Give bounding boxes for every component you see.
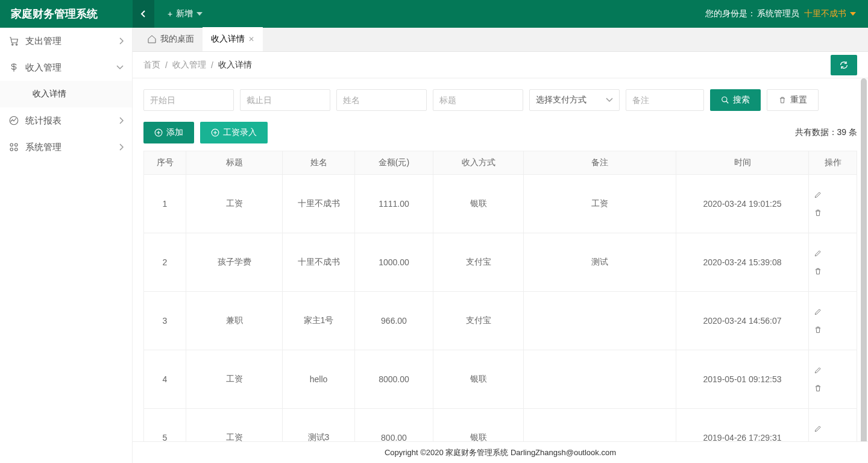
cell-title: 兼职: [186, 292, 283, 350]
edit-icon[interactable]: [814, 249, 852, 257]
name-input[interactable]: [336, 89, 427, 111]
svg-point-5: [10, 148, 13, 151]
cell-idx: 1: [144, 175, 186, 233]
chevron-right-icon: [119, 117, 124, 124]
edit-icon[interactable]: [814, 307, 852, 316]
add-button-label: 添加: [166, 127, 183, 138]
cell-ops: [809, 292, 857, 350]
tab-label: 收入详情: [211, 34, 245, 45]
table-row: 1工资十里不成书1111.00银联工资2020-03-24 19:01:25: [144, 175, 857, 233]
refresh-button[interactable]: [831, 55, 857, 75]
search-button[interactable]: 搜索: [710, 89, 761, 111]
cell-ops: [809, 175, 857, 233]
cell-idx: 3: [144, 292, 186, 350]
start-date-input[interactable]: [143, 89, 234, 111]
table-row: 2孩子学费十里不成书1000.00支付宝测试2020-03-24 15:39:0…: [144, 233, 857, 292]
edit-icon[interactable]: [814, 424, 852, 433]
delete-icon[interactable]: [814, 267, 852, 276]
user-menu[interactable]: 十里不成书: [804, 8, 856, 19]
plus-icon: +: [168, 9, 172, 19]
col-time: 时间: [676, 151, 809, 175]
col-method: 收入方式: [433, 151, 524, 175]
sidebar-subitem-income-detail[interactable]: 收入详情: [0, 81, 132, 107]
cell-name: 家主1号: [283, 292, 355, 350]
cell-ops: [809, 350, 857, 409]
new-button[interactable]: + 新增: [154, 0, 216, 28]
sidebar-item-label: 收入管理: [25, 62, 61, 74]
svg-point-0: [12, 44, 13, 45]
delete-icon[interactable]: [814, 384, 852, 392]
cell-time: 2020-03-24 14:56:07: [676, 292, 809, 350]
cell-title: 工资: [186, 350, 283, 409]
footer: Copyright ©2020 家庭财务管理系统 DarlingZhangsh@…: [133, 441, 868, 463]
salary-button-label: 工资录入: [223, 127, 257, 138]
header: 家庭财务管理系统 + 新增 您的身份是： 系统管理员 十里不成书: [0, 0, 868, 28]
user-name: 十里不成书: [804, 8, 846, 19]
sidebar: 支出管理 收入管理 收入详情 统计报表 系统管理: [0, 28, 133, 463]
edit-icon[interactable]: [814, 366, 852, 374]
cart-icon: [8, 36, 25, 46]
add-button[interactable]: 添加: [143, 122, 194, 143]
new-button-label: 新增: [176, 8, 193, 19]
cell-amount: 1111.00: [355, 175, 433, 233]
chevron-right-icon: [119, 37, 124, 45]
search-icon: [721, 96, 729, 104]
cell-time: 2020-03-24 15:39:08: [676, 233, 809, 292]
header-right: 您的身份是： 系统管理员 十里不成书: [705, 8, 868, 19]
cell-title: 孩子学费: [186, 233, 283, 292]
scrollbar[interactable]: [861, 78, 867, 463]
select-placeholder: 选择支付方式: [536, 95, 587, 106]
table-row: 4工资hello8000.00银联2019-05-01 09:12:53: [144, 350, 857, 409]
pay-method-select[interactable]: 选择支付方式: [529, 89, 620, 111]
title-input[interactable]: [433, 89, 523, 111]
caret-down-icon: [606, 98, 613, 102]
remark-input[interactable]: [626, 89, 704, 111]
main: 我的桌面 收入详情 ✕ 首页 / 收入管理 / 收入详情: [133, 28, 868, 463]
filter-bar: 选择支付方式 搜索 重置: [143, 89, 857, 111]
reset-button[interactable]: 重置: [767, 89, 819, 111]
sidebar-subitem-label: 收入详情: [33, 89, 66, 99]
chevron-down-icon: [116, 65, 124, 70]
cell-name: 十里不成书: [283, 175, 355, 233]
sidebar-item-reports[interactable]: 统计报表: [0, 107, 132, 134]
caret-down-icon: [197, 12, 203, 16]
breadcrumb-parent[interactable]: 收入管理: [172, 60, 206, 71]
salary-entry-button[interactable]: 工资录入: [200, 122, 268, 143]
col-title: 标题: [186, 151, 283, 175]
dollar-icon: [8, 62, 25, 73]
cell-remark: 工资: [524, 175, 676, 233]
sidebar-item-expense[interactable]: 支出管理: [0, 28, 132, 54]
content: 首页 / 收入管理 / 收入详情 选择支付方式: [133, 52, 868, 463]
tab-desktop[interactable]: 我的桌面: [139, 27, 203, 51]
cell-method: 支付宝: [433, 292, 524, 350]
sidebar-item-system[interactable]: 系统管理: [0, 134, 132, 160]
sidebar-toggle-button[interactable]: [133, 0, 154, 28]
sidebar-item-label: 系统管理: [25, 142, 61, 153]
cell-amount: 966.00: [355, 292, 433, 350]
col-ops: 操作: [809, 151, 857, 175]
breadcrumb: 首页 / 收入管理 / 收入详情: [133, 52, 868, 78]
cell-method: 支付宝: [433, 233, 524, 292]
cell-time: 2019-05-01 09:12:53: [676, 350, 809, 409]
svg-point-7: [722, 97, 727, 102]
cell-time: 2020-03-24 19:01:25: [676, 175, 809, 233]
col-idx: 序号: [144, 151, 186, 175]
cell-remark: [524, 350, 676, 409]
tab-bar: 我的桌面 收入详情 ✕: [133, 28, 868, 52]
edit-icon[interactable]: [814, 191, 852, 199]
search-button-label: 搜索: [733, 95, 750, 106]
svg-point-3: [10, 143, 13, 146]
col-remark: 备注: [524, 151, 676, 175]
end-date-input[interactable]: [240, 89, 330, 111]
close-icon[interactable]: ✕: [248, 35, 254, 43]
scrollbar-thumb[interactable]: [861, 78, 867, 463]
breadcrumb-home[interactable]: 首页: [143, 60, 160, 71]
tab-income-detail[interactable]: 收入详情 ✕: [203, 27, 263, 51]
delete-icon[interactable]: [814, 209, 852, 217]
sidebar-item-income[interactable]: 收入管理: [0, 54, 132, 81]
cell-ops: [809, 233, 857, 292]
sidebar-item-label: 支出管理: [25, 36, 61, 47]
delete-icon[interactable]: [814, 326, 852, 334]
svg-point-4: [15, 143, 18, 146]
cell-title: 工资: [186, 175, 283, 233]
